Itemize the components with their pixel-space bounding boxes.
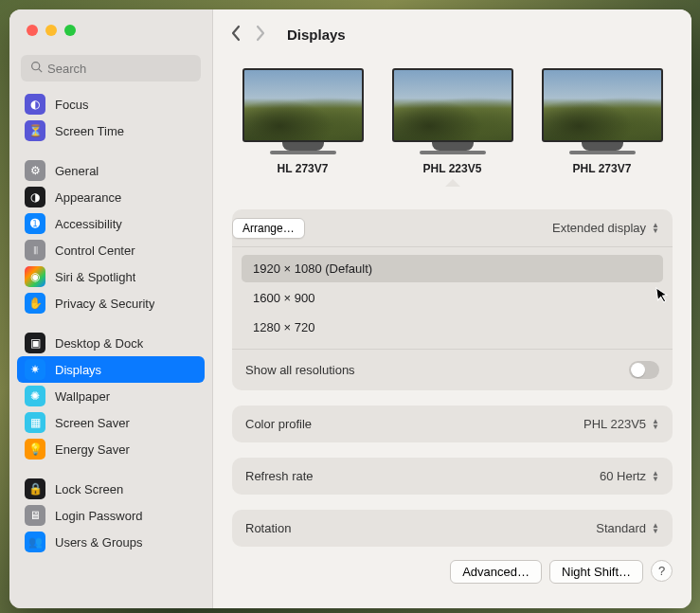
color-profile-row[interactable]: Color profile PHL 223V5 ▲▼ (232, 406, 673, 442)
sidebar-item-label: Privacy & Security (55, 297, 154, 311)
monitor-screen-icon (242, 68, 364, 142)
sidebar-item-screen-time[interactable]: ⏳Screen Time (17, 117, 205, 144)
wallpaper-icon: ✺ (25, 386, 45, 406)
refresh-rate-value: 60 Hertz (600, 469, 646, 483)
sliders-icon: ⫴ (25, 240, 45, 261)
sidebar-item-label: Accessibility (55, 217, 122, 231)
siri-icon: ◉ (25, 266, 45, 287)
rotation-value: Standard (596, 521, 646, 535)
monitor-label: PHL 273V7 (537, 162, 668, 175)
help-button[interactable]: ? (651, 560, 673, 582)
back-button[interactable] (230, 25, 242, 45)
sidebar-item-label: Appearance (55, 190, 121, 205)
sidebar-item-general[interactable]: ⚙General (17, 157, 205, 184)
updown-icon: ▲▼ (652, 523, 659, 534)
sidebar-item-users-groups[interactable]: 👥Users & Groups (17, 529, 205, 555)
minimize-window-button[interactable] (45, 25, 57, 36)
updown-icon: ▲▼ (652, 419, 659, 430)
color-profile-panel: Color profile PHL 223V5 ▲▼ (232, 406, 673, 442)
updown-icon: ▲▼ (652, 471, 659, 482)
users-icon: 👥 (25, 532, 45, 552)
appearance-icon: ◑ (25, 187, 45, 207)
sidebar-item-label: Wallpaper (55, 389, 110, 404)
desktop-icon: ▣ (25, 333, 45, 353)
footer-buttons: Advanced… Night Shift… ? (232, 547, 673, 584)
svg-point-0 (32, 63, 40, 70)
main-pane: Displays HL 273V7PHL 223V5PHL 273V7 Arra… (213, 9, 691, 608)
sidebar-item-label: Siri & Spotlight (55, 270, 135, 284)
sidebar-item-focus[interactable]: ◐Focus (17, 91, 205, 117)
show-all-toggle[interactable] (629, 361, 659, 379)
settings-window: ◐Focus⏳Screen Time⚙General◑Appearance➊Ac… (9, 9, 691, 608)
sidebar-item-displays[interactable]: ✷Displays (17, 356, 205, 383)
close-window-button[interactable] (27, 25, 38, 36)
monitor-thumb[interactable]: PHL 223V5 (387, 68, 518, 187)
gear-icon: ⚙ (25, 160, 45, 181)
sidebar-item-control-center[interactable]: ⫴Control Center (17, 237, 205, 263)
bulb-icon: 💡 (25, 439, 45, 460)
sidebar-item-lock-screen[interactable]: 🔒Lock Screen (17, 476, 205, 502)
sidebar: ◐Focus⏳Screen Time⚙General◑Appearance➊Ac… (9, 9, 213, 608)
sidebar-item-label: Control Center (55, 243, 135, 258)
sidebar-item-wallpaper[interactable]: ✺Wallpaper (17, 383, 205, 409)
sidebar-item-appearance[interactable]: ◑Appearance (17, 184, 205, 210)
monitor-thumb[interactable]: HL 273V7 (238, 68, 368, 187)
resolution-option[interactable]: 1600 × 900 (242, 284, 663, 312)
sidebar-item-label: Screen Saver (55, 416, 130, 430)
sidebar-item-label: Desktop & Dock (55, 336, 143, 351)
zoom-window-button[interactable] (64, 25, 76, 36)
refresh-rate-panel: Refresh rate 60 Hertz ▲▼ (232, 458, 673, 495)
use-as-value: Extended display (552, 221, 646, 235)
sidebar-item-privacy-security[interactable]: ✋Privacy & Security (17, 290, 205, 316)
sidebar-item-label: Displays (55, 363, 101, 377)
sidebar-item-siri-spotlight[interactable]: ◉Siri & Spotlight (17, 263, 205, 290)
accessibility-icon: ➊ (25, 213, 45, 234)
sidebar-item-login-password[interactable]: 🖥Login Password (17, 502, 205, 529)
resolution-option[interactable]: 1920 × 1080 (Default) (242, 255, 663, 282)
window-controls (9, 9, 212, 47)
monitor-picker: HL 273V7PHL 223V5PHL 273V7 (232, 59, 673, 194)
night-shift-button[interactable]: Night Shift… (549, 560, 643, 584)
sidebar-nav: ◐Focus⏳Screen Time⚙General◑Appearance➊Ac… (9, 91, 212, 608)
advanced-button[interactable]: Advanced… (450, 560, 542, 584)
sidebar-item-desktop-dock[interactable]: ▣Desktop & Dock (17, 330, 205, 356)
forward-button[interactable] (255, 25, 266, 45)
toolbar: Displays (213, 9, 691, 59)
show-all-resolutions-row: Show all resolutions (232, 349, 673, 390)
search-input[interactable] (21, 55, 201, 81)
rotation-panel: Rotation Standard ▲▼ (232, 510, 673, 547)
sidebar-item-label: Screen Time (55, 124, 124, 138)
key-icon: 🖥 (25, 505, 45, 526)
sidebar-item-screen-saver[interactable]: ▦Screen Saver (17, 409, 205, 436)
brightness-icon: ✷ (25, 359, 45, 380)
color-profile-value: PHL 223V5 (583, 417, 646, 431)
refresh-rate-label: Refresh rate (245, 469, 314, 483)
moon-icon: ◐ (25, 94, 45, 115)
monitor-screen-icon (542, 68, 663, 142)
sidebar-item-label: Login Password (55, 509, 143, 523)
monitor-thumb[interactable]: PHL 273V7 (537, 68, 668, 187)
rotation-row[interactable]: Rotation Standard ▲▼ (232, 510, 673, 547)
lock-icon: 🔒 (25, 478, 45, 499)
sidebar-item-label: Lock Screen (55, 482, 123, 496)
mouse-cursor (655, 285, 672, 307)
show-all-label: Show all resolutions (245, 363, 355, 377)
sidebar-item-label: General (55, 164, 99, 178)
arrange-button[interactable]: Arrange… (232, 218, 305, 239)
updown-icon: ▲▼ (652, 223, 659, 234)
monitor-screen-icon (392, 68, 513, 142)
rotation-label: Rotation (245, 521, 291, 535)
sidebar-item-energy-saver[interactable]: 💡Energy Saver (17, 436, 205, 462)
color-profile-label: Color profile (245, 417, 312, 431)
content: HL 273V7PHL 223V5PHL 273V7 Arrange… Use … (213, 59, 691, 608)
resolution-option[interactable]: 1280 × 720 (242, 314, 663, 341)
refresh-rate-row[interactable]: Refresh rate 60 Hertz ▲▼ (232, 458, 673, 495)
page-title: Displays (287, 27, 346, 43)
hourglass-icon: ⏳ (25, 120, 45, 141)
svg-line-1 (39, 69, 42, 72)
hand-icon: ✋ (25, 293, 45, 314)
sidebar-item-accessibility[interactable]: ➊Accessibility (17, 210, 205, 237)
screensaver-icon: ▦ (25, 412, 45, 433)
sidebar-item-label: Energy Saver (55, 442, 130, 457)
sidebar-item-label: Users & Groups (55, 535, 142, 550)
